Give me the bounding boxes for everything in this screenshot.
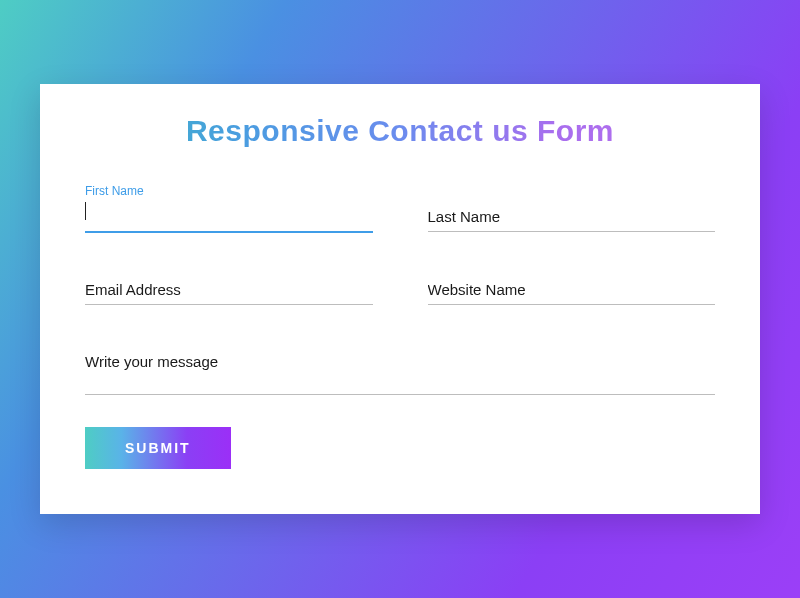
name-row: First Name <box>85 188 715 233</box>
text-cursor <box>85 202 86 220</box>
message-input[interactable] <box>85 347 715 395</box>
submit-button[interactable]: SUBMIT <box>85 427 231 469</box>
last-name-field-wrapper <box>428 188 716 233</box>
website-input[interactable] <box>428 275 716 305</box>
first-name-field-wrapper: First Name <box>85 188 373 233</box>
detail-row <box>85 261 715 305</box>
first-name-input[interactable] <box>85 202 373 233</box>
message-row <box>85 333 715 399</box>
email-input[interactable] <box>85 275 373 305</box>
last-name-input[interactable] <box>428 202 716 232</box>
contact-form-card: Responsive Contact us Form First Name SU… <box>40 84 760 514</box>
website-field-wrapper <box>428 261 716 305</box>
first-name-label: First Name <box>85 184 144 198</box>
message-field-wrapper <box>85 333 715 399</box>
submit-row: SUBMIT <box>85 427 715 469</box>
email-field-wrapper <box>85 261 373 305</box>
form-title: Responsive Contact us Form <box>85 114 715 148</box>
